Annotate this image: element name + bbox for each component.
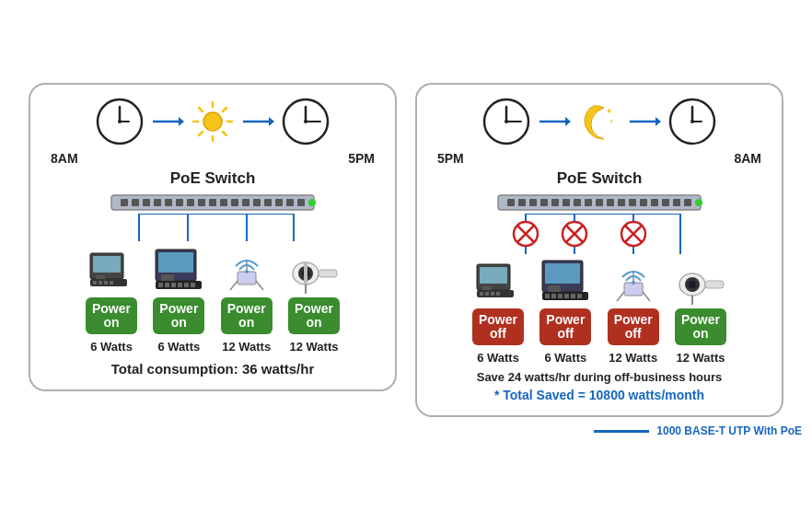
svg-rect-127 [491,292,494,296]
devices-row-day: Poweron 6 Watts [84,243,342,354]
svg-text:★: ★ [609,118,614,123]
svg-line-13 [223,108,226,111]
svg-rect-134 [551,294,556,298]
svg-rect-36 [275,199,283,206]
svg-point-39 [308,199,316,206]
svg-rect-58 [165,283,169,287]
svg-line-143 [643,292,650,301]
svg-rect-22 [121,199,128,206]
clock-end-day [282,98,330,145]
svg-rect-93 [551,199,559,206]
switch-night [489,192,710,214]
svg-rect-135 [558,294,563,298]
svg-rect-138 [577,294,582,298]
svg-rect-29 [198,199,205,206]
power-btn-4-day[interactable]: Poweron [288,297,340,334]
svg-rect-26 [165,199,172,206]
clock-start-night [482,98,530,145]
power-btn-1-day[interactable]: Poweron [86,297,137,334]
device-col-1-day: Poweron 6 Watts [84,243,139,354]
power-btn-1-night[interactable]: Poweroff [472,308,524,345]
svg-rect-147 [705,281,724,288]
power-btn-3-day[interactable]: Poweron [221,297,273,334]
svg-rect-133 [545,294,550,298]
wires-night [470,214,728,254]
svg-rect-54 [158,252,193,273]
svg-rect-33 [242,199,249,206]
phone2-day-img [151,243,206,294]
svg-rect-30 [209,199,216,206]
panel-night: ★ ★ 5PM 8AM PoE Switch [415,83,783,417]
svg-rect-105 [684,199,691,206]
svg-rect-63 [238,272,256,285]
svg-rect-136 [564,294,569,298]
svg-rect-90 [518,199,526,206]
phone1-day-img [84,243,139,294]
svg-rect-32 [231,199,238,206]
power-btn-3-night[interactable]: Poweroff [608,308,659,345]
time-end-day-label: 5PM [348,151,375,166]
device-col-3-day: Poweron 12 Watts [219,243,274,354]
watt-4-night: 12 Watts [676,351,725,365]
poe-title-day: PoE Switch [170,169,256,188]
svg-rect-61 [184,283,189,287]
time-labels-day: 8AM 5PM [45,151,380,166]
svg-point-20 [304,120,307,123]
total-saved-night: * Total Saved = 10800 watts/month [494,388,704,402]
phone2-night-img [538,254,593,305]
svg-rect-89 [507,199,515,206]
power-btn-2-day[interactable]: Poweron [153,297,204,334]
moon-icon: ★ ★ [578,100,621,143]
svg-line-12 [223,132,226,135]
svg-rect-27 [176,199,183,206]
svg-rect-122 [480,267,507,284]
svg-marker-79 [565,117,571,126]
svg-rect-59 [171,283,176,287]
svg-point-3 [118,120,122,123]
svg-marker-83 [655,117,661,126]
svg-point-106 [695,199,702,206]
svg-point-65 [245,270,249,273]
watt-2-night: 6 Watts [544,351,586,365]
time-row-night: ★ ★ [482,98,716,145]
panel-day: 8AM 5PM PoE Switch [29,83,397,391]
total-day: Total consumption: 36 watts/hr [111,361,315,377]
svg-rect-25 [154,199,161,206]
svg-rect-137 [571,294,575,298]
arrow-night [538,112,571,131]
phone1-night-img [470,254,526,305]
device-col-2-night: Poweroff 6 Watts [538,254,593,365]
legend-line [594,430,649,433]
svg-rect-35 [264,199,272,206]
time-row-day [96,98,330,145]
svg-point-87 [690,120,694,123]
device-col-2-day: Poweron 6 Watts [151,243,206,354]
legend-label: 1000 BASE-T UTP With PoE [656,424,802,437]
clock-end-night [668,98,716,145]
svg-rect-37 [286,199,294,206]
svg-rect-24 [143,199,150,206]
wifi-night-img [606,254,661,305]
time-start-day-label: 8AM [51,151,78,166]
sun-icon [191,100,234,143]
main-container: 8AM 5PM PoE Switch [1,74,811,417]
svg-rect-52 [110,281,113,285]
time-end-night-label: 8AM [734,151,761,166]
svg-rect-95 [574,199,581,206]
svg-marker-16 [269,117,274,126]
svg-rect-46 [93,256,121,273]
wifi-day-img [219,243,274,294]
svg-point-77 [505,120,508,123]
svg-rect-94 [563,199,570,206]
time-start-night-label: 5PM [437,151,464,166]
svg-rect-57 [158,283,163,287]
svg-line-67 [256,281,263,290]
arrow-day2 [241,112,274,131]
svg-rect-55 [161,274,174,282]
device-col-3-night: Poweroff 12 Watts [606,254,661,365]
power-btn-4-night[interactable]: Poweron [675,308,726,345]
svg-rect-126 [485,292,489,296]
power-btn-2-night[interactable]: Poweroff [539,308,591,345]
svg-rect-28 [187,199,194,206]
watt-1-day: 6 Watts [90,340,133,354]
